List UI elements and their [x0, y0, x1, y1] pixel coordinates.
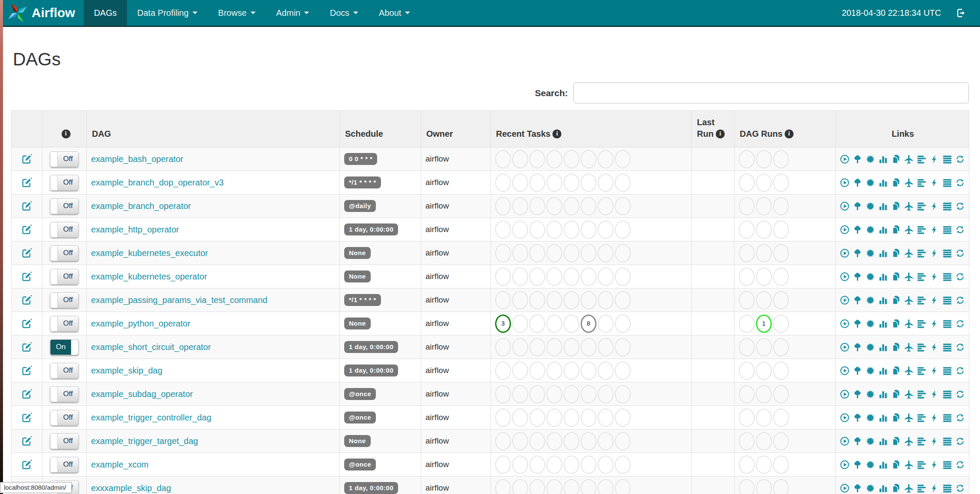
landing-times-icon[interactable] — [904, 436, 914, 446]
code-view-icon[interactable] — [930, 342, 939, 352]
gantt-icon[interactable] — [917, 366, 927, 376]
task-duration-icon[interactable] — [878, 483, 888, 493]
task-tries-icon[interactable] — [891, 483, 901, 493]
task-tries-icon[interactable] — [891, 178, 901, 188]
task-tries-icon[interactable] — [891, 201, 901, 211]
dag-pause-toggle[interactable]: Off — [50, 410, 79, 426]
gantt-icon[interactable] — [917, 483, 927, 493]
dag-pause-toggle[interactable]: Off — [50, 269, 79, 285]
refresh-icon[interactable] — [955, 483, 965, 493]
tree-view-icon[interactable] — [853, 295, 862, 305]
dag-pause-toggle[interactable]: Off — [50, 198, 79, 214]
task-duration-icon[interactable] — [878, 272, 888, 282]
task-duration-icon[interactable] — [878, 389, 888, 399]
logs-icon[interactable] — [942, 342, 952, 352]
code-view-icon[interactable] — [930, 201, 939, 211]
task-tries-icon[interactable] — [891, 366, 901, 376]
nav-item-data-profiling[interactable]: Data Profiling — [127, 0, 208, 26]
tree-view-icon[interactable] — [853, 413, 862, 423]
logs-icon[interactable] — [942, 248, 952, 258]
dag-link[interactable]: example_bash_operator — [91, 154, 183, 164]
gantt-icon[interactable] — [917, 436, 927, 446]
graph-view-icon[interactable] — [865, 201, 875, 211]
refresh-icon[interactable] — [955, 413, 965, 423]
code-view-icon[interactable] — [930, 436, 939, 446]
refresh-icon[interactable] — [955, 460, 965, 470]
graph-view-icon[interactable] — [865, 436, 875, 446]
task-tries-icon[interactable] — [891, 295, 901, 305]
gantt-icon[interactable] — [917, 201, 927, 211]
dag-pause-toggle[interactable]: Off — [50, 316, 79, 332]
dag-pause-toggle[interactable]: Off — [50, 363, 79, 379]
graph-view-icon[interactable] — [865, 295, 875, 305]
dag-pause-toggle[interactable]: Off — [50, 457, 79, 473]
code-view-icon[interactable] — [930, 295, 939, 305]
tree-view-icon[interactable] — [853, 248, 862, 258]
task-tries-icon[interactable] — [891, 248, 901, 258]
graph-view-icon[interactable] — [865, 483, 875, 493]
dag-pause-toggle[interactable]: Off — [50, 386, 79, 402]
landing-times-icon[interactable] — [904, 225, 914, 235]
graph-view-icon[interactable] — [865, 389, 875, 399]
refresh-icon[interactable] — [955, 366, 965, 376]
trigger-dag-icon[interactable] — [840, 413, 850, 423]
code-view-icon[interactable] — [930, 460, 939, 470]
task-tries-icon[interactable] — [891, 154, 901, 164]
landing-times-icon[interactable] — [904, 178, 914, 188]
edit-dag-icon[interactable] — [21, 436, 32, 445]
task-duration-icon[interactable] — [878, 225, 888, 235]
schedule-badge[interactable]: 1 day, 0:00:00 — [344, 223, 398, 235]
dag-link[interactable]: example_branch_operator — [91, 201, 191, 211]
refresh-icon[interactable] — [955, 154, 965, 164]
refresh-icon[interactable] — [955, 319, 965, 329]
recent-task-count-circle[interactable]: 8 — [581, 315, 596, 333]
edit-dag-icon[interactable] — [21, 271, 32, 280]
code-view-icon[interactable] — [930, 178, 939, 188]
nav-item-about[interactable]: About — [369, 0, 420, 26]
nav-item-browse[interactable]: Browse — [208, 0, 266, 26]
code-view-icon[interactable] — [930, 483, 939, 493]
task-tries-icon[interactable] — [891, 225, 901, 235]
landing-times-icon[interactable] — [904, 272, 914, 282]
code-view-icon[interactable] — [930, 413, 939, 423]
task-duration-icon[interactable] — [878, 413, 888, 423]
code-view-icon[interactable] — [930, 319, 939, 329]
logs-icon[interactable] — [942, 436, 952, 446]
dag-pause-toggle[interactable]: Off — [50, 151, 79, 167]
refresh-icon[interactable] — [955, 225, 965, 235]
tree-view-icon[interactable] — [853, 460, 862, 470]
task-tries-icon[interactable] — [891, 342, 901, 352]
nav-item-dags[interactable]: DAGs — [84, 0, 127, 26]
landing-times-icon[interactable] — [904, 460, 914, 470]
code-view-icon[interactable] — [930, 389, 939, 399]
logs-icon[interactable] — [942, 201, 952, 211]
task-duration-icon[interactable] — [878, 366, 888, 376]
gantt-icon[interactable] — [917, 342, 927, 352]
dag-link[interactable]: example_kubernetes_executor — [91, 248, 208, 258]
landing-times-icon[interactable] — [904, 248, 914, 258]
landing-times-icon[interactable] — [904, 201, 914, 211]
dag-link[interactable]: exxxample_skip_dag — [91, 483, 171, 493]
code-view-icon[interactable] — [930, 272, 939, 282]
edit-dag-icon[interactable] — [21, 201, 32, 210]
task-duration-icon[interactable] — [878, 460, 888, 470]
logs-icon[interactable] — [942, 319, 952, 329]
edit-dag-icon[interactable] — [21, 342, 32, 351]
dag-pause-toggle[interactable]: Off — [50, 433, 79, 449]
schedule-badge[interactable]: 0 0 * * * — [344, 153, 377, 165]
tree-view-icon[interactable] — [853, 342, 862, 352]
trigger-dag-icon[interactable] — [840, 201, 850, 211]
task-duration-icon[interactable] — [878, 201, 888, 211]
refresh-icon[interactable] — [955, 436, 965, 446]
task-duration-icon[interactable] — [878, 154, 888, 164]
tree-view-icon[interactable] — [853, 389, 862, 399]
tree-view-icon[interactable] — [853, 178, 862, 188]
schedule-badge[interactable]: 1 day, 0:00:00 — [344, 365, 398, 376]
schedule-badge[interactable]: None — [344, 271, 371, 282]
tree-view-icon[interactable] — [853, 319, 862, 329]
search-input[interactable] — [573, 82, 969, 103]
nav-item-admin[interactable]: Admin — [266, 0, 320, 26]
schedule-badge[interactable]: */1 * * * * — [344, 294, 381, 306]
trigger-dag-icon[interactable] — [840, 248, 850, 258]
gantt-icon[interactable] — [917, 225, 927, 235]
